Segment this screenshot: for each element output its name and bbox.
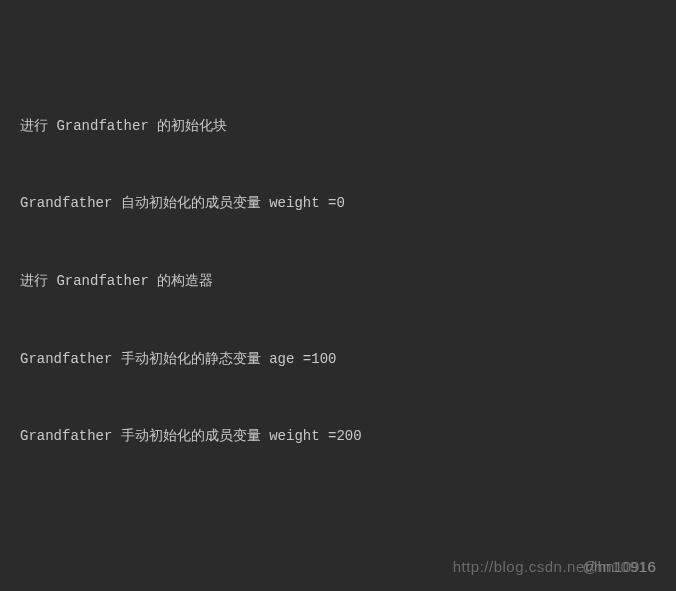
watermark-handle: @hn10916 bbox=[582, 553, 656, 581]
output-line: Grandfather 手动初始化的成员变量 weight =200 bbox=[20, 424, 656, 450]
output-line: 进行 Grandfather 的初始化块 bbox=[20, 114, 656, 140]
console-output: 进行 Grandfather 的初始化块 Grandfather 自动初始化的成… bbox=[20, 10, 656, 591]
output-line: Grandfather 手动初始化的静态变量 age =100 bbox=[20, 347, 656, 373]
output-line: 进行 Grandfather 的构造器 bbox=[20, 269, 656, 295]
output-block-grandfather: 进行 Grandfather 的初始化块 Grandfather 自动初始化的成… bbox=[20, 62, 656, 502]
output-line: Grandfather 自动初始化的成员变量 weight =0 bbox=[20, 191, 656, 217]
